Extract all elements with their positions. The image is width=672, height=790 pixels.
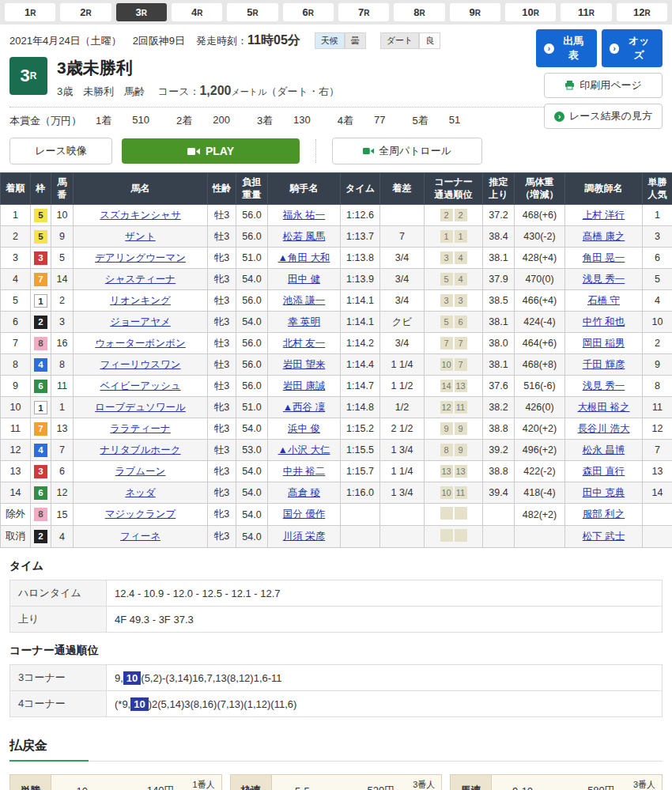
horse-name-link[interactable]: ナリタブルホーク <box>100 444 180 455</box>
horse-name-link[interactable]: スズカキンシャサ <box>100 210 180 221</box>
horse-name-link[interactable]: ラブムーン <box>115 466 166 477</box>
track-condition-badge: ダート良 <box>380 32 441 49</box>
horse-name-link[interactable]: ローブデュソワール <box>95 402 186 413</box>
corner-row-label: 3コーナー <box>10 665 107 691</box>
jockey-link[interactable]: ▲西谷 凜 <box>283 402 325 413</box>
trainer-link[interactable]: 角田 晃一 <box>583 252 625 263</box>
horse-name-link[interactable]: ベイビーアッシュ <box>100 380 180 391</box>
winner-highlight: 10 <box>123 671 141 685</box>
corner-position-box: 1 <box>455 230 467 243</box>
trainer-link[interactable]: 長谷川 浩大 <box>578 423 630 434</box>
trainer-link[interactable]: 岡田 稲男 <box>583 338 625 349</box>
horse-name-link[interactable]: リオンキング <box>110 295 171 306</box>
jockey-link[interactable]: 岩田 望来 <box>283 359 325 370</box>
race-video-button[interactable]: レース映像 <box>9 138 112 164</box>
results-header-cell: 調教師名 <box>565 173 643 205</box>
race-tab-3r[interactable]: 3R <box>116 3 167 21</box>
trainer-link[interactable]: 服部 利之 <box>583 508 625 520</box>
trainer-link[interactable]: 中竹 和也 <box>583 316 625 327</box>
horse-name-link[interactable]: フィーリウスワン <box>100 359 180 370</box>
jockey-link[interactable]: 幸 英明 <box>288 316 320 327</box>
race-tab-12r[interactable]: 12R <box>617 3 667 21</box>
corner-positions: 89 <box>425 440 483 461</box>
jockey-link[interactable]: 川須 栄彦 <box>283 531 325 542</box>
frame-badge: 8 <box>34 508 47 521</box>
jockey-link[interactable]: 田中 健 <box>288 274 320 285</box>
sex-age: 牡3 <box>208 354 236 376</box>
last-3f-time: 38.1 <box>483 354 515 376</box>
corner-position-box: 1 <box>440 230 453 243</box>
horse-weight: 424(-4) <box>515 312 565 333</box>
trainer-link[interactable]: 浅見 秀一 <box>583 380 625 391</box>
jockey-link[interactable]: 池添 謙一 <box>283 295 325 306</box>
jockey-link[interactable]: 髙倉 稜 <box>288 487 320 498</box>
jockey-link[interactable]: 松若 風馬 <box>283 231 325 242</box>
race-tab-6r[interactable]: 6R <box>283 3 334 21</box>
race-tab-8r[interactable]: 8R <box>394 3 444 21</box>
last-3f-time: 37.2 <box>483 205 515 226</box>
jockey-link[interactable]: 中井 裕二 <box>283 466 325 477</box>
tab-r-suffix: R <box>475 9 481 17</box>
jockey-link[interactable]: 浜中 俊 <box>288 423 320 434</box>
trainer-link[interactable]: 森田 直行 <box>583 466 625 477</box>
jockey-link[interactable]: 北村 友一 <box>283 338 325 349</box>
corner-position-box: 14 <box>440 380 453 392</box>
entries-button[interactable]: › 出馬表 <box>536 29 597 67</box>
print-page-button[interactable]: 印刷用ページ <box>544 73 663 98</box>
horse-number: 1 <box>51 397 74 418</box>
trainer-link[interactable]: 石橋 守 <box>587 295 620 306</box>
jockey-link[interactable]: 福永 祐一 <box>283 210 325 221</box>
jockey-link[interactable]: 岩田 康誠 <box>283 380 325 391</box>
horse-name-link[interactable]: デアリングウーマン <box>95 252 186 263</box>
horse-name-link[interactable]: ウォーターボンボン <box>95 338 186 349</box>
race-tab-10r[interactable]: 10R <box>505 3 556 21</box>
payout-title: 払戻金 <box>9 738 47 754</box>
race-tab-1r[interactable]: 1R <box>5 3 55 21</box>
trainer-link[interactable]: 髙橋 康之 <box>583 231 625 242</box>
corner-row-value: (*9,10)2(5,14)3(8,16)(7,13)(1,12)(11,6) <box>107 691 663 717</box>
horse-name-link[interactable]: シャスティーナ <box>105 274 176 285</box>
horse-name-link[interactable]: ザント <box>125 231 155 242</box>
result-row: 259ザント牡356.0松若 風馬1:13.771138.4430(-2)髙橋 … <box>1 226 672 248</box>
prize-place: 5着 <box>413 114 428 128</box>
trainer-link[interactable]: 千田 輝彦 <box>583 359 625 370</box>
horse-name-link[interactable]: マジックランプ <box>105 508 176 520</box>
jockey-link[interactable]: ▲角田 大和 <box>278 252 330 263</box>
jockey-link[interactable]: ▲小沢 大仁 <box>278 444 330 455</box>
results-guide-button[interactable]: › レース結果の見方 <box>544 104 663 129</box>
jockey-cell: 国分 優作 <box>268 504 341 526</box>
race-tab-9r[interactable]: 9R <box>450 3 500 21</box>
corner-positions: 33 <box>425 290 483 312</box>
prize-amount: 77 <box>374 114 385 128</box>
horse-name-link[interactable]: ネッダ <box>125 487 155 498</box>
race-tab-7r[interactable]: 7R <box>338 3 389 21</box>
corner-position-box: 6 <box>455 316 467 328</box>
race-tab-11r[interactable]: 11R <box>561 3 611 21</box>
trainer-link[interactable]: 松下 武士 <box>583 531 625 542</box>
result-row: 1247ナリタブルホーク牡353.0▲小沢 大仁1:15.51 3/48939.… <box>1 440 672 461</box>
horse-name-link[interactable]: フィーネ <box>120 531 160 542</box>
horse-name-link[interactable]: ララティーナ <box>110 423 170 434</box>
trainer-link[interactable]: 浅見 秀一 <box>583 274 625 285</box>
race-tab-2r[interactable]: 2R <box>60 3 111 21</box>
frame-badge: 7 <box>34 273 47 286</box>
result-row: 4714シャスティーナ牝354.0田中 健1:13.93/45437.9470(… <box>1 269 672 290</box>
trainer-link[interactable]: 田中 克典 <box>583 487 625 498</box>
trainer-link[interactable]: 松永 昌博 <box>583 444 625 455</box>
odds-button[interactable]: › オッズ <box>602 29 663 67</box>
results-table: 着順枠馬 番馬名性齢負担 重量騎手名タイム着差コーナー 通過順位推定 上り馬体重… <box>0 172 672 548</box>
horse-name-link[interactable]: ジョーアヤメ <box>110 316 170 327</box>
corner-position-box <box>455 507 467 520</box>
prize-amount: 200 <box>213 114 230 128</box>
sex-age: 牡3 <box>208 226 236 248</box>
full-patrol-button[interactable]: 全周パトロール <box>332 138 482 164</box>
jockey-link[interactable]: 国分 優作 <box>283 508 325 520</box>
time-row-label: 上り <box>10 607 107 633</box>
race-tab-4r[interactable]: 4R <box>172 3 222 21</box>
sex-age: 牡3 <box>208 376 236 397</box>
results-header-cell: 馬名 <box>74 173 208 205</box>
play-button[interactable]: PLAY <box>122 138 300 164</box>
race-tab-5r[interactable]: 5R <box>227 3 277 21</box>
trainer-link[interactable]: 上村 洋行 <box>583 210 625 221</box>
trainer-link[interactable]: 大根田 裕之 <box>578 402 630 413</box>
